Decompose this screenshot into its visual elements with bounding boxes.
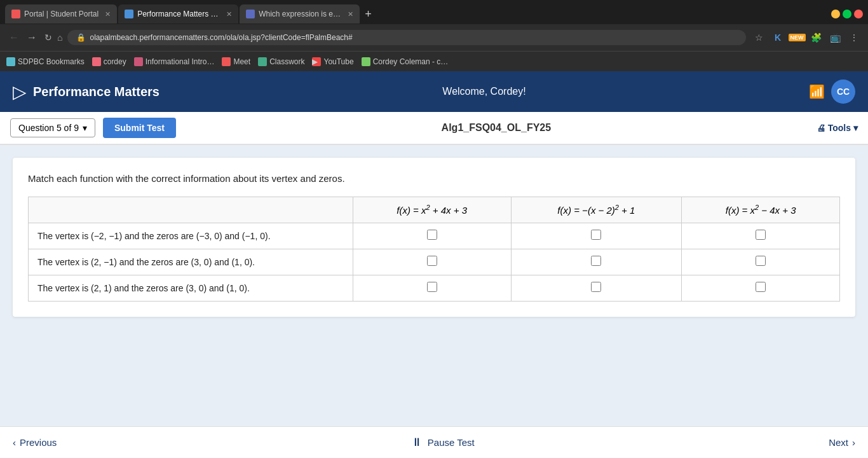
row3-col1-cell — [353, 275, 511, 302]
bookmark-sdpbc[interactable]: SDPBC Bookmarks — [6, 57, 85, 66]
row2-col3-checkbox[interactable] — [756, 256, 766, 266]
row1-col3-cell — [682, 223, 840, 249]
question-selector[interactable]: Question 5 of 9 ▾ — [10, 118, 95, 137]
content-area: Match each function with the correct inf… — [0, 145, 868, 387]
tab-favicon-expr — [246, 10, 255, 18]
bookmark-youtube[interactable]: ▶ YouTube — [312, 57, 353, 66]
puzzle-icon[interactable]: 🧩 — [808, 30, 824, 45]
tab-performance-matters[interactable]: Performance Matters | OLA ✕ — [118, 4, 238, 24]
row1-col2-cell — [511, 223, 682, 249]
window-controls — [831, 10, 863, 18]
tools-label: Tools — [828, 123, 851, 133]
app-header: ▷ Performance Matters Welcome, Cordey! 📶… — [0, 71, 868, 112]
home-button[interactable]: ⌂ — [57, 32, 62, 43]
bookmark-meet-label: Meet — [233, 57, 250, 66]
tab-favicon — [11, 10, 20, 18]
refresh-button[interactable]: ↻ — [44, 32, 52, 43]
col-header-f3: f(x) = x2 − 4x + 3 — [682, 197, 840, 223]
next-button[interactable]: Next › — [829, 437, 855, 448]
row1-col1-checkbox[interactable] — [427, 230, 437, 240]
pause-icon: ⏸ — [411, 436, 423, 449]
row2-col3-cell — [682, 249, 840, 275]
previous-label: Previous — [20, 437, 57, 448]
bookmarks-bar: SDPBC Bookmarks cordey Informational Int… — [0, 51, 868, 71]
tab-close-pm[interactable]: ✕ — [226, 10, 232, 18]
address-text: olapalmbeach.performancematters.com/ola/… — [90, 33, 352, 42]
tab-title-portal: Portal | Student Portal — [24, 10, 98, 18]
bookmark-cordey-icon — [92, 57, 101, 66]
tab-title-expr: Which expression is equivalen… — [259, 10, 341, 18]
tab-favicon-pm — [125, 10, 133, 18]
bookmark-meet-icon — [222, 57, 231, 66]
row3-col2-cell — [511, 275, 682, 302]
bookmark-meet[interactable]: Meet — [222, 57, 250, 66]
row2-col2-checkbox[interactable] — [591, 256, 601, 266]
minimize-button[interactable] — [831, 10, 840, 18]
tab-bar: Portal | Student Portal ✕ Performance Ma… — [0, 0, 868, 24]
menu-icon[interactable]: ⋮ — [846, 30, 862, 45]
forward-button[interactable]: → — [24, 31, 39, 45]
test-name: Alg1_FSQ04_OL_FY25 — [176, 122, 817, 134]
row1-col3-checkbox[interactable] — [756, 230, 766, 240]
match-table: f(x) = x2 + 4x + 3 f(x) = −(x − 2)2 + 1 … — [28, 197, 840, 302]
bookmark-cordey-coleman[interactable]: Cordey Coleman - c… — [362, 57, 449, 66]
tools-button[interactable]: 🖨 Tools ▾ — [817, 123, 858, 133]
pause-test-button[interactable]: ⏸ Pause Test — [411, 436, 475, 449]
bookmark-cordey-label: cordey — [104, 57, 126, 66]
bookmark-informational[interactable]: Informational Intro… — [134, 57, 215, 66]
chevron-right-icon: › — [852, 437, 855, 448]
bookmark-cordey[interactable]: cordey — [92, 57, 126, 66]
footer-bar: ‹ Previous ⏸ Pause Test Next › — [0, 426, 868, 458]
tab-portal[interactable]: Portal | Student Portal ✕ — [5, 4, 117, 24]
tools-chevron-icon: ▾ — [853, 123, 858, 133]
row3-label: The vertex is (2, 1) and the zeros are (… — [29, 275, 353, 302]
bookmark-classwork[interactable]: Classwork — [258, 57, 304, 66]
lock-icon: 🔒 — [76, 33, 86, 42]
header-right: 📶 CC — [809, 80, 855, 104]
close-button[interactable] — [854, 10, 863, 18]
star-icon[interactable]: ☆ — [751, 30, 766, 45]
bookmark-youtube-label: YouTube — [323, 57, 353, 66]
row2-col1-cell — [353, 249, 511, 275]
header-welcome: Welcome, Cordey! — [159, 86, 809, 97]
bookmark-classwork-icon — [258, 57, 267, 66]
submit-test-button[interactable]: Submit Test — [103, 118, 176, 138]
row3-col3-checkbox[interactable] — [756, 282, 766, 292]
question-label: Question 5 of 9 — [18, 123, 79, 133]
address-bar[interactable]: 🔒 olapalmbeach.performancematters.com/ol… — [67, 30, 746, 45]
new-tab-button[interactable]: + — [361, 8, 376, 21]
tab-close-portal[interactable]: ✕ — [105, 10, 111, 18]
logo-text: Performance Matters — [33, 85, 159, 99]
bookmark-sdpbc-label: SDPBC Bookmarks — [18, 57, 85, 66]
tab-close-expr[interactable]: ✕ — [348, 10, 353, 18]
row1-col2-checkbox[interactable] — [591, 230, 601, 240]
previous-button[interactable]: ‹ Previous — [13, 437, 57, 448]
table-row: The vertex is (2, 1) and the zeros are (… — [29, 275, 840, 302]
new-badge-icon: NEW — [789, 30, 804, 45]
row1-col1-cell — [353, 223, 511, 249]
bookmark-youtube-icon: ▶ — [312, 57, 321, 66]
tab-title-pm: Performance Matters | OLA — [137, 10, 220, 18]
chevron-left-icon: ‹ — [13, 437, 16, 448]
extensions-icon[interactable]: K — [770, 30, 785, 45]
tools-icon: 🖨 — [817, 123, 825, 133]
col-header-f1: f(x) = x2 + 4x + 3 — [353, 197, 511, 223]
bookmark-informational-icon — [134, 57, 143, 66]
back-button[interactable]: ← — [6, 31, 22, 45]
bookmark-classwork-label: Classwork — [269, 57, 304, 66]
row2-col1-checkbox[interactable] — [427, 256, 437, 266]
maximize-button[interactable] — [843, 10, 851, 18]
nav-bar: ← → ↻ ⌂ 🔒 olapalmbeach.performancematter… — [0, 24, 868, 51]
next-label: Next — [829, 437, 848, 448]
cast-icon[interactable]: 📺 — [827, 30, 843, 45]
row3-col2-checkbox[interactable] — [591, 282, 601, 292]
chevron-down-icon: ▾ — [83, 123, 87, 133]
row3-col1-checkbox[interactable] — [427, 282, 437, 292]
row1-label: The vertex is (−2, −1) and the zeros are… — [29, 223, 353, 249]
tab-expression[interactable]: Which expression is equivalen… ✕ — [240, 4, 360, 24]
bookmark-informational-label: Informational Intro… — [146, 57, 215, 66]
col-header-blank — [29, 197, 353, 223]
nav-arrows: ← → — [6, 31, 39, 45]
test-toolbar: Question 5 of 9 ▾ Submit Test Alg1_FSQ04… — [0, 112, 868, 145]
app-logo: ▷ Performance Matters — [13, 81, 159, 102]
